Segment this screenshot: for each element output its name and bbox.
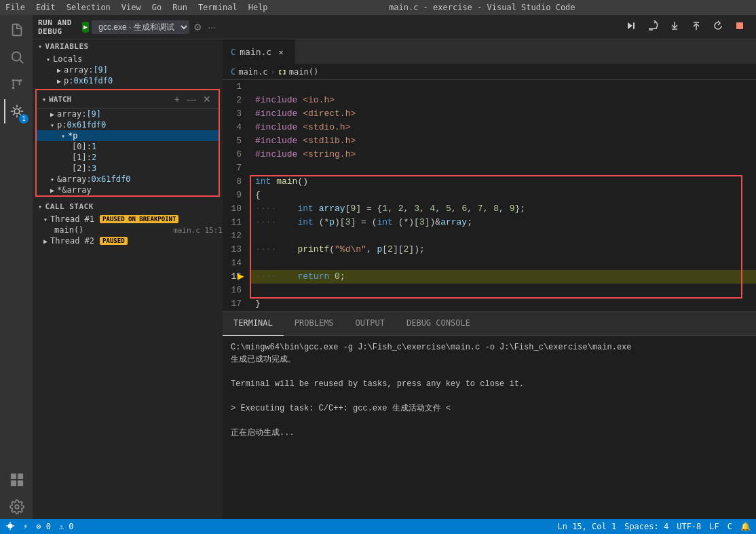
menu-view[interactable]: View [121, 3, 141, 12]
watch-p-1-name: [1]: [72, 153, 92, 162]
callstack-main[interactable]: main() main.c 15:1 [33, 225, 223, 235]
watch-addr-array[interactable]: ▾ &array: 0x61fdf0 [37, 174, 219, 185]
watch-actions: + — ✕ [172, 93, 213, 105]
debug-stop-button[interactable] [732, 19, 748, 35]
more-button[interactable]: ··· [206, 20, 217, 34]
tab-close-button[interactable]: ✕ [276, 47, 286, 58]
titlebar: File Edit Selection View Go Run Terminal… [0, 0, 756, 15]
watch-chevron[interactable]: ▾ [42, 96, 46, 103]
line-numbers: 1 2 3 4 5 6 7 8 9 10 11 12 13 14 [223, 80, 250, 311]
menu-terminal[interactable]: Terminal [198, 3, 238, 12]
watch-remove-button[interactable]: ✕ [201, 93, 213, 105]
code-line-3: #include <direct.h> [250, 107, 756, 121]
status-eol[interactable]: LF [709, 522, 719, 531]
activity-search[interactable] [4, 45, 29, 69]
code-line-16 [250, 284, 756, 297]
activity-git[interactable] [4, 72, 29, 96]
tab-main-c[interactable]: C main.c ✕ [223, 39, 295, 64]
callstack-main-fn: main() [54, 225, 83, 235]
sidebar: RUN AND DEBUG ▶ gcc.exe · 生成和调试 ⚙ ··· ▾ … [33, 15, 223, 519]
watch-p[interactable]: ▾ p: 0x61fdf0 [37, 119, 219, 130]
menu-go[interactable]: Go [152, 3, 162, 12]
status-bar: ⚡ ⊗ 0 ⚠ 0 Ln 15, Col 1 Spaces: 4 UTF-8 L… [0, 519, 756, 534]
watch-p-2[interactable]: [2]: 3 [37, 163, 219, 174]
menu-selection[interactable]: Selection [67, 3, 111, 12]
breadcrumb-file[interactable]: main.c [238, 67, 267, 77]
bottom-panel: TERMINAL PROBLEMS OUTPUT DEBUG CONSOLE C… [223, 311, 756, 446]
svg-rect-12 [633, 22, 635, 29]
menu-file[interactable]: File [5, 3, 25, 12]
code-line-5: #include <stdlib.h> [250, 134, 756, 148]
callstack-chevron: ▾ [38, 203, 43, 210]
svg-rect-9 [11, 480, 16, 486]
watch-content: ▶ array: [9] ▾ p: 0x61fdf0 ▾ *p [0]: 1 [37, 109, 219, 195]
code-line-12 [250, 229, 756, 243]
run-button[interactable]: ▶ [82, 22, 90, 33]
status-error-count[interactable]: ⊗ 0 [36, 522, 51, 531]
panel-tab-problems[interactable]: PROBLEMS [284, 311, 345, 336]
window-title: main.c - exercise - Visual Studio Code [389, 3, 575, 12]
status-notifications[interactable]: 🔔 [740, 522, 751, 531]
watch-addr-array-value: 0x61fdf0 [92, 174, 131, 184]
activity-files[interactable] [4, 18, 29, 42]
settings-button[interactable]: ⚙ [192, 20, 204, 34]
watch-collapse-button[interactable]: — [185, 93, 198, 105]
menu-run[interactable]: Run [172, 3, 187, 12]
variables-section: ▾ VARIABLES ▾ Locals ▶ array: [9] ▶ p: 0… [33, 39, 223, 86]
panel-content[interactable]: C:\mingw64\bin\gcc.exe -g J:\Fish_c\exer… [223, 336, 756, 446]
debug-config-select[interactable]: gcc.exe · 生成和调试 [92, 20, 189, 34]
panel-tab-terminal[interactable]: TERMINAL [223, 311, 284, 336]
debug-restart-button[interactable] [710, 19, 726, 35]
watch-deref-array[interactable]: ▶ *&array [37, 185, 219, 195]
variables-header[interactable]: ▾ VARIABLES [33, 39, 223, 54]
watch-p-1[interactable]: [1]: 2 [37, 152, 219, 163]
line-num-4: 4 [225, 121, 242, 134]
callstack-thread1[interactable]: ▾ Thread #1 PAUSED ON BREAKPOINT [33, 214, 223, 225]
debug-stepinto-button[interactable] [666, 19, 683, 35]
debug-continue-button[interactable] [623, 19, 639, 35]
code-line-13: ···· printf("%d\n", p[2][2]); [250, 243, 756, 256]
code-line-11: ···· int (*p)[3] = (int (*)[3])&array; [250, 216, 756, 229]
status-encoding[interactable]: UTF-8 [677, 522, 701, 531]
status-debug-icon [5, 521, 15, 533]
status-language[interactable]: C [727, 522, 732, 531]
thread1-chevron: ▾ [43, 216, 48, 223]
thread2-name: Thread #2 [50, 236, 94, 246]
debug-stepover-button[interactable] [645, 19, 661, 35]
line-num-3: 3 [225, 107, 242, 121]
activity-extensions[interactable] [4, 468, 29, 492]
status-line-col[interactable]: Ln 15, Col 1 [557, 522, 616, 531]
var-p[interactable]: ▶ p: 0x61fdf0 [33, 75, 223, 86]
watch-array[interactable]: ▶ array: [9] [37, 109, 219, 119]
code-line-8: int main() [250, 175, 756, 189]
status-branch[interactable]: ⚡ [23, 522, 28, 531]
status-left: ⚡ ⊗ 0 ⚠ 0 [5, 521, 74, 533]
status-spaces[interactable]: Spaces: 4 [624, 522, 668, 531]
activity-settings[interactable] [4, 495, 29, 519]
tabs-bar: C main.c ✕ [223, 39, 756, 64]
watch-add-button[interactable]: + [172, 93, 182, 105]
locals-item[interactable]: ▾ Locals [33, 54, 223, 64]
watch-star-p-name: *p [68, 131, 77, 140]
panel-tab-debug-console[interactable]: DEBUG CONSOLE [396, 311, 481, 336]
var-array[interactable]: ▶ array: [9] [33, 64, 223, 75]
status-warning-count[interactable]: ⚠ 0 [59, 522, 74, 531]
watch-title: WATCH [49, 95, 172, 104]
code-line-6: #include <string.h> [250, 148, 756, 161]
variables-chevron: ▾ [38, 43, 43, 50]
callstack-thread2[interactable]: ▶ Thread #2 PAUSED [33, 235, 223, 246]
code-editor[interactable]: 1 2 3 4 5 6 7 8 9 10 11 12 13 14 [223, 80, 756, 311]
menu-edit[interactable]: Edit [36, 3, 56, 12]
watch-p-0[interactable]: [0]: 1 [37, 141, 219, 152]
menu-help[interactable]: Help [248, 3, 268, 12]
breadcrumb-sep1: › [271, 67, 276, 77]
panel-tab-output[interactable]: OUTPUT [345, 311, 396, 336]
breadcrumb-fn[interactable]: main() [278, 67, 318, 77]
callstack-header[interactable]: ▾ CALL STACK [33, 199, 223, 214]
status-right: Ln 15, Col 1 Spaces: 4 UTF-8 LF C 🔔 [557, 522, 751, 531]
code-line-1 [250, 80, 756, 94]
svg-point-11 [15, 505, 19, 509]
debug-stepout-button[interactable] [688, 19, 704, 35]
menu-bar: File Edit Selection View Go Run Terminal… [5, 3, 268, 12]
watch-star-p[interactable]: ▾ *p [37, 130, 219, 141]
